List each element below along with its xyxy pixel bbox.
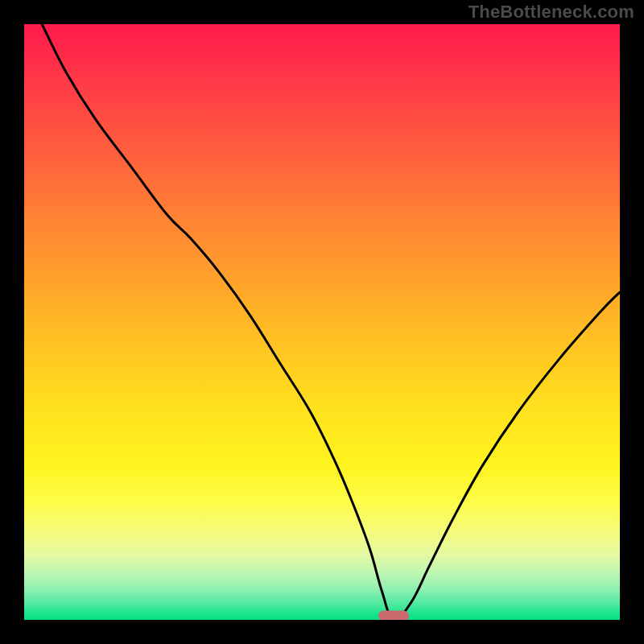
- optimum-marker: [378, 610, 409, 620]
- watermark-text: TheBottleneck.com: [469, 2, 634, 23]
- bottleneck-curve-path: [42, 24, 620, 620]
- curve-svg: [24, 24, 620, 620]
- plot-area: [24, 24, 620, 620]
- chart-frame: TheBottleneck.com: [0, 0, 644, 644]
